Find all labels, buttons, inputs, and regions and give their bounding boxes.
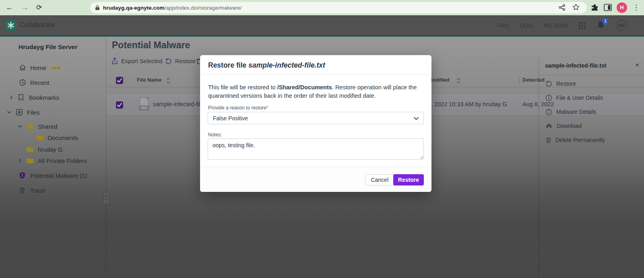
col-header-file-name[interactable]: File Name — [137, 77, 161, 83]
chevron-right-icon[interactable] — [18, 158, 23, 163]
modal-description: This file will be restored to /Shared/Do… — [208, 83, 425, 101]
browser-chrome: ← → ⟳ hrudayg.qa-egnyte.com/app/index.do… — [0, 0, 644, 15]
sidebar-item-documents[interactable]: Documents — [36, 132, 78, 143]
sidebar-label: Files — [27, 109, 40, 116]
browser-forward-icon[interactable]: → — [21, 2, 29, 13]
home-icon — [19, 64, 27, 71]
close-icon[interactable]: × — [635, 61, 639, 69]
sidebar-item-files[interactable]: Files — [7, 107, 40, 118]
sidebar-item-hruday-g[interactable]: hruday G — [27, 144, 63, 155]
browser-menu-icon[interactable]: ⋮ — [633, 2, 640, 13]
restore-icon — [165, 58, 172, 65]
panel-item-delete-permanently[interactable]: Delete Permanently — [545, 135, 605, 145]
address-bar[interactable]: hrudayg.qa-egnyte.com/app/index.do#stora… — [90, 2, 587, 13]
folder-icon — [27, 123, 34, 130]
sidebar-label: Potential Malware (1) — [30, 172, 87, 179]
restore-toolbar-button[interactable]: Restore — [165, 56, 196, 66]
info-icon — [545, 95, 552, 101]
export-selected-label: Export Selected — [121, 58, 162, 64]
panel-item-label: File & User Details — [556, 95, 603, 101]
bookmark-icon — [18, 94, 25, 101]
egnyte-logo[interactable] — [6, 20, 16, 31]
sidebar-resize-handle[interactable] — [103, 192, 109, 204]
export-selected-button[interactable]: Export Selected — [111, 56, 162, 66]
nav-my-tasks[interactable]: My Tasks — [544, 22, 568, 29]
restore-file-modal: Restore file sample-infected-file.txt Th… — [200, 55, 431, 192]
panel-item-download[interactable]: Download — [545, 121, 582, 131]
cancel-button[interactable]: Cancel — [365, 174, 394, 185]
sort-icon[interactable] — [456, 77, 461, 84]
browser-profile-avatar[interactable]: H — [617, 2, 627, 13]
app-body: Hrudayg File Server Home NEW Recent Book… — [0, 37, 644, 278]
side-panel-icon[interactable] — [604, 4, 612, 11]
notes-label: Notes: — [208, 132, 222, 138]
browser-refresh-icon[interactable]: ⟳ — [36, 2, 42, 13]
cloud-download-icon — [545, 123, 553, 129]
panel-item-file-user-details[interactable]: File & User Details — [545, 93, 603, 103]
files-egnyte-icon — [16, 109, 23, 116]
egnyte-spark-icon — [6, 20, 16, 31]
sidebar-label: hruday G — [38, 146, 63, 153]
sidebar-item-trash[interactable]: Trash — [19, 185, 45, 196]
modal-footer: Cancel Restore — [200, 167, 431, 192]
row-checkbox[interactable] — [116, 101, 123, 109]
sort-icon[interactable] — [166, 77, 171, 84]
user-avatar[interactable]: HG — [616, 20, 627, 31]
column-divider — [519, 76, 520, 84]
clock-icon — [19, 79, 27, 86]
export-icon — [111, 58, 118, 65]
browser-back-icon[interactable]: ← — [6, 2, 13, 13]
nav-links[interactable]: Links — [520, 22, 533, 29]
folder-icon — [27, 146, 34, 152]
reason-label: Provide a reason to restore* — [208, 105, 268, 111]
info-icon — [545, 109, 552, 115]
notification-badge: 1 — [602, 18, 609, 25]
chevron-down-icon[interactable] — [18, 124, 23, 129]
restore-icon — [545, 80, 552, 87]
sidebar-item-recent[interactable]: Recent — [19, 77, 50, 88]
new-badge: NEW — [50, 65, 62, 71]
file-actions-panel: sample-infected-file.txt × Restore File … — [539, 56, 644, 278]
sidebar-item-potential-malware[interactable]: Potential Malware (1) — [19, 170, 87, 181]
panel-item-label: Delete Permanently — [555, 137, 605, 143]
sidebar-item-bookmarks[interactable]: Bookmarks — [9, 92, 59, 103]
sidebar-item-home[interactable]: Home NEW — [19, 62, 62, 73]
malware-shield-icon — [19, 172, 27, 179]
file-type-badge: TXT — [139, 105, 149, 111]
sidebar-item-shared[interactable]: Shared — [18, 121, 57, 132]
bookmark-star-icon[interactable] — [572, 4, 580, 11]
panel-item-label: Restore — [556, 80, 576, 87]
panel-file-title: sample-infected-file.txt — [545, 62, 606, 69]
restore-confirm-button[interactable]: Restore — [393, 174, 424, 185]
sidebar: Hrudayg File Server Home NEW Recent Book… — [0, 37, 106, 278]
sidebar-label: Bookmarks — [29, 94, 59, 101]
url-text: hrudayg.qa-egnyte.com/app/index.do#stora… — [103, 5, 242, 11]
share-icon[interactable] — [559, 4, 566, 11]
chevron-down-icon — [413, 116, 419, 121]
panel-item-malware-details[interactable]: Malware Details — [545, 107, 597, 117]
sidebar-label: Documents — [47, 134, 78, 141]
txt-file-icon: TXT — [139, 97, 149, 111]
select-all-checkbox[interactable] — [116, 77, 123, 84]
extensions-puzzle-icon[interactable] — [591, 4, 599, 11]
required-asterisk: * — [266, 105, 268, 111]
trash-icon — [545, 137, 551, 144]
apps-grid-icon[interactable] — [578, 22, 586, 29]
panel-item-restore[interactable]: Restore — [545, 79, 576, 89]
sidebar-item-all-private-folders[interactable]: All Private Folders — [18, 155, 87, 166]
chevron-right-icon[interactable] — [9, 95, 14, 100]
folder-icon — [36, 134, 44, 141]
sidebar-label: Trash — [30, 187, 45, 194]
sidebar-label: Home — [30, 64, 46, 71]
modal-header: Restore file sample-infected-file.txt — [200, 55, 431, 75]
reason-selected-value: False Positive — [213, 115, 248, 121]
panel-item-label: Malware Details — [556, 109, 597, 115]
notifications-bell-icon[interactable]: 1 — [597, 21, 605, 30]
page-title: Potential Malware — [112, 40, 190, 51]
panel-item-label: Download — [557, 123, 582, 129]
notes-input[interactable]: oops, testing file. — [208, 138, 424, 160]
chevron-down-icon[interactable] — [7, 110, 12, 115]
sidebar-label: Recent — [30, 79, 50, 86]
nav-files[interactable]: Files — [497, 22, 509, 29]
reason-select[interactable]: False Positive — [208, 112, 424, 124]
